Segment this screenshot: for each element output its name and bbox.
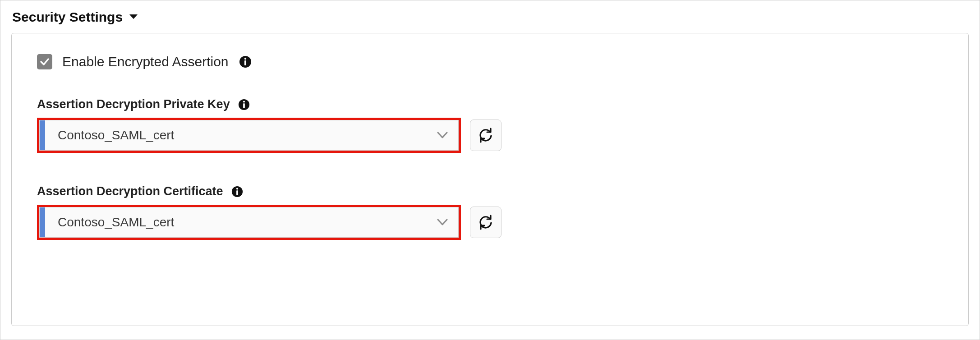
certificate-refresh-button[interactable] (470, 207, 502, 238)
svg-point-2 (244, 58, 246, 60)
select-accent-bar (40, 207, 45, 237)
select-accent-bar (40, 120, 45, 150)
private-key-value: Contoso_SAML_cert (45, 120, 427, 150)
private-key-field-row: Contoso_SAML_cert (37, 118, 943, 153)
private-key-label-row: Assertion Decryption Private Key (37, 97, 943, 111)
enable-encrypted-assertion-row: Enable Encrypted Assertion (37, 54, 943, 69)
section-body: Enable Encrypted Assertion Assertion Dec… (11, 33, 969, 326)
enable-encrypted-assertion-checkbox[interactable] (37, 54, 52, 69)
svg-rect-7 (236, 190, 238, 195)
enable-encrypted-assertion-label: Enable Encrypted Assertion (62, 54, 229, 69)
highlight-box: Contoso_SAML_cert (37, 205, 461, 240)
section-header[interactable]: Security Settings (11, 9, 969, 25)
security-settings-panel: Security Settings Enable Encrypted Asser… (0, 0, 980, 340)
certificate-value: Contoso_SAML_cert (45, 207, 427, 237)
refresh-icon (478, 128, 493, 143)
section-title: Security Settings (12, 9, 123, 25)
info-icon[interactable] (239, 55, 252, 69)
refresh-icon (478, 215, 493, 230)
certificate-label-row: Assertion Decryption Certificate (37, 184, 943, 198)
svg-rect-4 (243, 103, 245, 108)
info-icon[interactable] (230, 185, 244, 198)
svg-point-8 (236, 188, 238, 189)
private-key-label: Assertion Decryption Private Key (37, 97, 230, 111)
certificate-select[interactable]: Contoso_SAML_cert (39, 207, 459, 238)
certificate-field-row: Contoso_SAML_cert (37, 205, 943, 240)
info-icon[interactable] (237, 98, 251, 111)
chevron-down-icon (427, 207, 458, 237)
svg-point-5 (243, 101, 245, 102)
private-key-select[interactable]: Contoso_SAML_cert (39, 120, 459, 151)
chevron-down-icon (427, 120, 458, 150)
svg-rect-1 (244, 60, 246, 65)
caret-down-icon (129, 14, 138, 20)
certificate-label: Assertion Decryption Certificate (37, 184, 223, 198)
private-key-refresh-button[interactable] (470, 119, 502, 151)
highlight-box: Contoso_SAML_cert (37, 118, 461, 153)
